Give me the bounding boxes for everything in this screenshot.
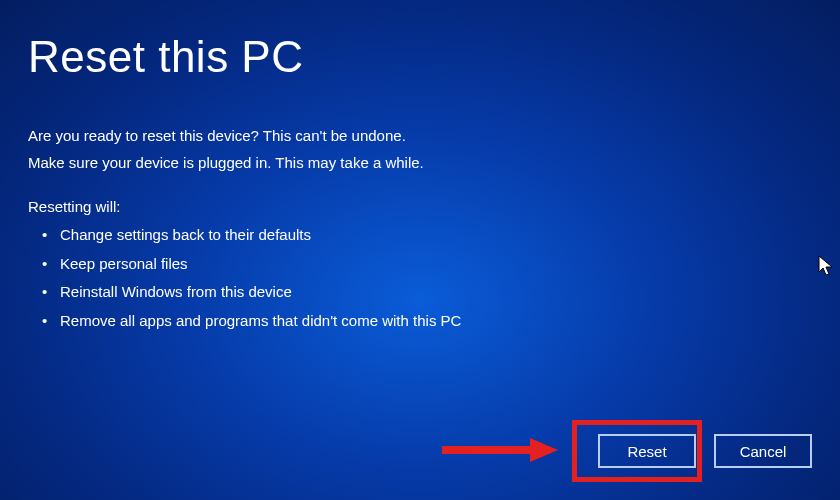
resetting-will-heading: Resetting will: [28, 198, 812, 215]
list-item: Remove all apps and programs that didn't… [46, 307, 812, 336]
reset-pc-dialog: Reset this PC Are you ready to reset thi… [0, 0, 840, 367]
intro-text-line2: Make sure your device is plugged in. Thi… [28, 149, 812, 176]
reset-button[interactable]: Reset [598, 434, 696, 468]
list-item: Keep personal files [46, 250, 812, 279]
list-item: Reinstall Windows from this device [46, 278, 812, 307]
reset-effects-list: Change settings back to their defaults K… [28, 221, 812, 335]
cancel-button[interactable]: Cancel [714, 434, 812, 468]
button-row: Reset Cancel [598, 434, 812, 468]
annotation-arrow-icon [438, 436, 558, 464]
page-title: Reset this PC [28, 32, 812, 82]
intro-text-line1: Are you ready to reset this device? This… [28, 122, 812, 149]
svg-marker-1 [530, 438, 558, 462]
list-item: Change settings back to their defaults [46, 221, 812, 250]
